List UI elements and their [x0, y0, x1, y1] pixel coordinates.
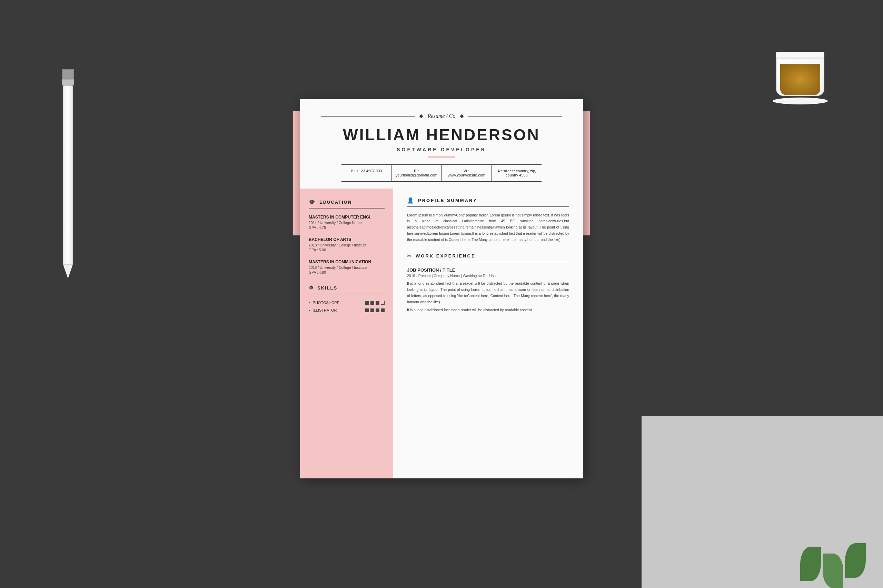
education-underline [309, 208, 385, 208]
email-value: yourmailid@domain.com [396, 173, 437, 177]
dot-2-2 [370, 309, 374, 312]
email-label: E : [414, 169, 419, 173]
pencil-eraser [62, 69, 74, 79]
skill-name-1: • PHOTOSHOPE [309, 300, 339, 304]
brand-line: Resume / Co [321, 113, 562, 119]
cup-handle [824, 66, 824, 81]
work-header: ✂ WORK EXPERIENCE [407, 253, 569, 259]
resume-wrapper: Resume / Co WILLIAM HENDERSON SOFTWARE D… [300, 99, 583, 478]
bullet-2: • [309, 309, 310, 312]
skill-item-2: • ILLISTRATOR [309, 308, 385, 312]
contact-email: E : yourmailid@domain.com [391, 165, 441, 181]
website-label: W : [463, 169, 469, 173]
bullet-1: • [309, 301, 310, 304]
address-value: street / country, zip, country 4568 [503, 169, 536, 177]
brand-diamond-left [419, 114, 423, 118]
dot-2-1 [365, 309, 369, 312]
dot-1-3 [376, 301, 379, 304]
profile-line [407, 207, 569, 207]
edu-detail-3: 2018 / University / College / Institute [309, 266, 385, 270]
contact-bar: P : +123 4567 893 E : yourmailid@domain.… [341, 164, 542, 182]
education-section: 🎓 EDUCATION MASTERS IN COMPUTER ENGI. 20… [309, 199, 385, 274]
edu-gpa-3: GPA : 4.80 [309, 270, 385, 274]
pencil-body [63, 86, 73, 265]
edu-item-3: MASTERS IN COMMUNICATION 2018 / Universi… [309, 260, 385, 274]
edu-degree-3: MASTERS IN COMMUNICATION [309, 260, 385, 264]
resume-header: Resume / Co WILLIAM HENDERSON SOFTWARE D… [300, 99, 583, 189]
pencil-tip [63, 265, 73, 279]
main-content: 👤 PROFILE SUMMARY Lorem Ipsum is simply … [393, 189, 583, 478]
resume-name: WILLIAM HENDERSON [321, 126, 562, 144]
job-desc-2: It is a long established fact that a rea… [407, 307, 569, 313]
skills-underline [309, 294, 385, 294]
graduation-icon: 🎓 [309, 199, 316, 205]
phone-value: +123 4567 893 [357, 169, 382, 173]
website-value: www.yourwebsite.com [448, 173, 485, 177]
education-title: 🎓 EDUCATION [309, 199, 385, 205]
pencil-band [62, 79, 74, 86]
skill-name-2: • ILLISTRATOR [309, 308, 337, 312]
dot-2-3 [376, 309, 379, 312]
brand-text: Resume / Co [428, 113, 456, 119]
title-underline [428, 156, 455, 158]
dot-1-2 [370, 301, 374, 304]
edu-detail-1: 2014 / University / College Name [309, 220, 385, 225]
contact-address: A : street / country, zip, country 4568 [492, 165, 542, 181]
skills-label: SKILLS [317, 285, 337, 291]
leaf-2 [823, 554, 843, 588]
skill-dots-2 [365, 309, 385, 312]
job-desc-1: It is a long established fact that a rea… [407, 280, 569, 305]
edu-degree-1: MASTERS IN COMPUTER ENGI. [309, 215, 385, 219]
person-icon: 👤 [407, 197, 414, 204]
job-item-1: JOB POSITION / TITLE 2016 - Present | Co… [407, 267, 569, 313]
gear-icon: ⚙ [309, 285, 314, 291]
dot-1-1 [365, 301, 369, 304]
skill-dots-1 [365, 301, 385, 304]
leaf-3 [845, 543, 866, 578]
edu-gpa-1: GPA : 4.75 [309, 225, 385, 230]
work-title: WORK EXPERIENCE [416, 254, 475, 258]
pencil-decoration [62, 69, 74, 279]
brand-line-right [468, 116, 562, 117]
edu-item-2: BACHELOR OF ARTS 2018 / University / Col… [309, 237, 385, 252]
cup-coffee [780, 64, 820, 95]
address-label: A : [497, 169, 502, 173]
cup-lid [776, 52, 824, 58]
brand-diamond-right [460, 114, 464, 118]
dot-2-4 [381, 309, 385, 312]
skills-section: ⚙ SKILLS • PHOTOSHOPE [309, 285, 385, 312]
leaf-1 [800, 547, 821, 581]
resume-document: Resume / Co WILLIAM HENDERSON SOFTWARE D… [300, 99, 583, 478]
contact-phone: P : +123 4567 893 [341, 165, 391, 181]
work-experience-section: ✂ WORK EXPERIENCE JOB POSITION / TITLE 2… [407, 253, 569, 313]
edu-degree-2: BACHELOR OF ARTS [309, 237, 385, 242]
edu-detail-2: 2018 / University / College / Institute [309, 243, 385, 247]
job-title-1: JOB POSITION / TITLE [407, 267, 569, 273]
plant-decoration [800, 547, 866, 588]
dot-1-4 [381, 301, 385, 304]
cup-body [776, 58, 824, 96]
edu-gpa-2: GPA : 5.00 [309, 248, 385, 252]
cup-saucer [773, 98, 828, 104]
profile-header: 👤 PROFILE SUMMARY [407, 197, 569, 204]
profile-summary-section: 👤 PROFILE SUMMARY Lorem Ipsum is simply … [407, 197, 569, 243]
sidebar: 🎓 EDUCATION MASTERS IN COMPUTER ENGI. 20… [300, 189, 393, 478]
contact-website: W : www.yourwebsite.com [442, 165, 492, 181]
resume-title: SOFTWARE DEVELOPER [321, 147, 562, 152]
plant-leaves [800, 547, 866, 588]
work-line [407, 262, 569, 262]
skill-item-1: • PHOTOSHOPE [309, 300, 385, 304]
edu-item-1: MASTERS IN COMPUTER ENGI. 2014 / Univers… [309, 215, 385, 230]
brand-line-left [321, 116, 415, 117]
resume-body: 🎓 EDUCATION MASTERS IN COMPUTER ENGI. 20… [300, 189, 583, 478]
profile-title: PROFILE SUMMARY [418, 198, 477, 203]
coffee-cup-decoration [773, 52, 828, 104]
profile-text: Lorem Ipsum is simply dummyContr popular… [407, 212, 569, 243]
phone-label: P : [351, 169, 356, 173]
education-label: EDUCATION [319, 200, 352, 205]
job-detail-1: 2016 - Present | Company Name | Washingt… [407, 274, 569, 278]
wrench-icon: ✂ [407, 253, 412, 259]
skills-title: ⚙ SKILLS [309, 285, 385, 291]
